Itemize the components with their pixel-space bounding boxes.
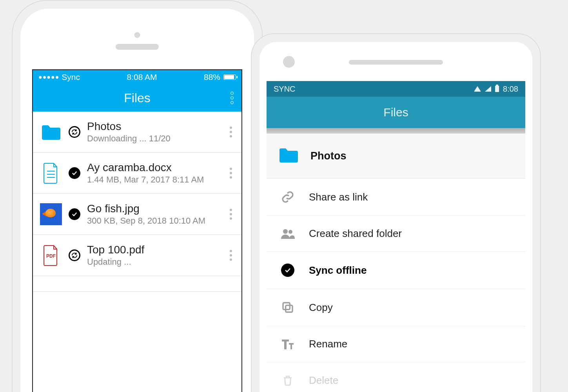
iphone-device-inner: ●●●●● Sync 8:08 AM 88% Files xyxy=(20,9,254,392)
android-statusbar: SYNC 8:08 xyxy=(267,81,525,97)
file-row-empty xyxy=(33,276,241,292)
action-label: Delete xyxy=(309,374,338,387)
action-create-shared-folder[interactable]: Create shared folder xyxy=(267,216,525,252)
file-sub-label: Updating ... xyxy=(87,257,221,267)
clock-label: 8:08 AM xyxy=(127,72,157,82)
svg-point-4 xyxy=(283,229,288,234)
ios-nav-bar: Files xyxy=(33,84,241,112)
svg-text:PDF: PDF xyxy=(46,253,56,259)
action-label: Share as link xyxy=(309,191,368,203)
android-camera-dot xyxy=(283,56,295,68)
action-delete[interactable]: Delete xyxy=(267,362,525,392)
row-more-button[interactable] xyxy=(227,126,234,137)
trash-icon xyxy=(280,374,296,387)
iphone-camera-dot xyxy=(134,32,140,38)
android-speaker-slot xyxy=(349,60,443,65)
synced-check-icon xyxy=(68,167,81,179)
iphone-screen: ●●●●● Sync 8:08 AM 88% Files xyxy=(32,69,242,392)
file-name-label: Ay caramba.docx xyxy=(87,161,221,174)
ios-statusbar: ●●●●● Sync 8:08 AM 88% xyxy=(33,70,241,84)
folder-header-row[interactable]: Photos xyxy=(267,134,525,179)
people-icon xyxy=(280,228,296,239)
link-icon xyxy=(280,190,296,204)
svg-rect-6 xyxy=(286,305,292,312)
row-more-button[interactable] xyxy=(227,209,234,220)
android-nav-bar: Files xyxy=(267,97,525,128)
nav-more-button[interactable] xyxy=(230,92,234,104)
carrier-label: SYNC xyxy=(274,85,296,94)
folder-name-label: Photos xyxy=(310,150,347,162)
file-list: Photos Downloading ... 11/20 Ay caramba.… xyxy=(33,112,241,292)
signal-icon xyxy=(485,86,491,92)
svg-rect-7 xyxy=(283,303,290,309)
page-title: Files xyxy=(124,91,151,105)
file-name-label: Photos xyxy=(87,120,221,133)
row-more-button[interactable] xyxy=(227,168,234,179)
android-device-frame: SYNC 8:08 Files Photos xyxy=(251,33,541,392)
file-name-label: Go fish.jpg xyxy=(87,202,221,215)
sync-status-icon xyxy=(68,126,81,138)
iphone-speaker-slot xyxy=(116,44,159,50)
file-name-label: Top 100.pdf xyxy=(87,244,221,256)
file-row-doc[interactable]: Ay caramba.docx 1.44 MB, Mar 7, 2017 8:1… xyxy=(33,153,241,194)
action-label: Sync offline xyxy=(309,264,367,276)
file-sub-label: 300 KB, Sep 8, 2018 10:10 AM xyxy=(87,216,221,226)
row-more-button[interactable] xyxy=(227,250,234,261)
file-sub-label: Downloading ... 11/20 xyxy=(87,134,221,144)
folder-icon xyxy=(278,147,299,165)
sync-status-icon xyxy=(68,249,81,262)
action-label: Create shared folder xyxy=(309,228,402,240)
battery-icon xyxy=(495,86,499,92)
action-label: Copy xyxy=(309,302,333,314)
folder-icon xyxy=(40,121,62,143)
check-circle-icon xyxy=(280,264,296,277)
action-label: Rename xyxy=(309,338,347,350)
battery-percent-label: 88% xyxy=(204,72,220,82)
battery-icon xyxy=(223,74,236,80)
signal-dots-icon: ●●●●● xyxy=(38,74,59,81)
iphone-device-frame: ●●●●● Sync 8:08 AM 88% Files xyxy=(12,0,263,392)
clock-label: 8:08 xyxy=(503,85,518,94)
action-copy[interactable]: Copy xyxy=(267,289,525,326)
pdf-icon: PDF xyxy=(40,244,62,266)
action-rename[interactable]: Rename xyxy=(267,326,525,362)
file-sub-label: 1.44 MB, Mar 7, 2017 8:11 AM xyxy=(87,175,221,185)
android-screen: SYNC 8:08 Files Photos xyxy=(267,81,525,392)
file-row-photos[interactable]: Photos Downloading ... 11/20 xyxy=(33,112,241,153)
copy-icon xyxy=(280,301,296,314)
file-row-pdf[interactable]: PDF Top 100.pdf Updating ... xyxy=(33,235,241,276)
svg-point-5 xyxy=(289,230,292,234)
nav-shadow xyxy=(267,128,525,134)
wifi-icon xyxy=(474,86,481,92)
image-thumbnail xyxy=(40,203,62,225)
android-device-inner: SYNC 8:08 Files Photos xyxy=(260,42,532,392)
carrier-label: Sync xyxy=(62,72,80,82)
document-icon xyxy=(40,162,62,184)
text-icon xyxy=(280,338,296,350)
synced-check-icon xyxy=(68,208,81,220)
file-row-image[interactable]: Go fish.jpg 300 KB, Sep 8, 2018 10:10 AM xyxy=(33,194,241,235)
page-title: Files xyxy=(383,106,408,119)
action-sync-offline[interactable]: Sync offline xyxy=(267,252,525,289)
action-share-as-link[interactable]: Share as link xyxy=(267,179,525,216)
